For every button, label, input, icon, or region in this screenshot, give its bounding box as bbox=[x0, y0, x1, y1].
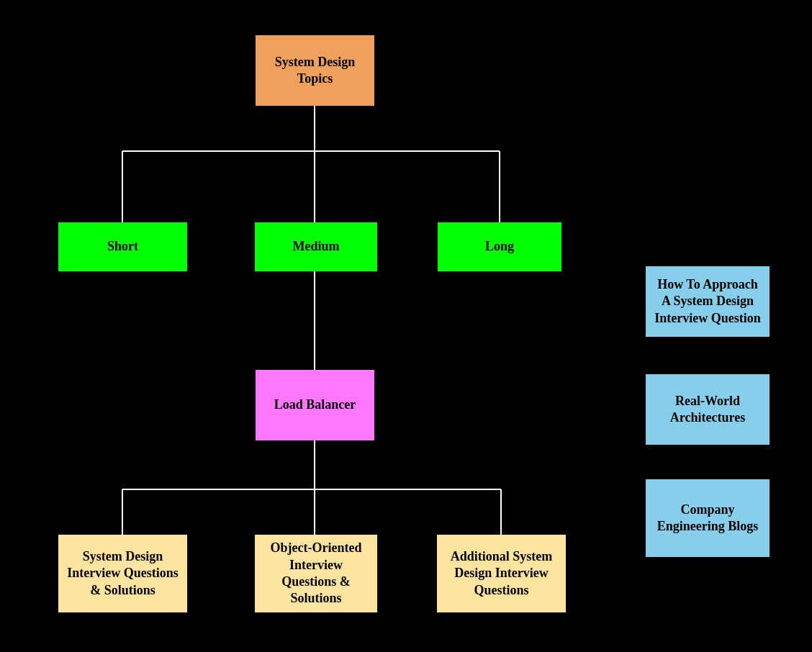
additional-sd-node[interactable]: Additional System Design Interview Quest… bbox=[437, 535, 566, 612]
real-world-node[interactable]: Real-World Architectures bbox=[646, 374, 770, 445]
short-node[interactable]: Short bbox=[58, 222, 187, 271]
long-node[interactable]: Long bbox=[438, 222, 561, 271]
how-to-approach-node[interactable]: How To Approach A System Design Intervie… bbox=[646, 266, 770, 337]
oo-interview-qs-node[interactable]: Object-Oriented Interview Questions & So… bbox=[255, 535, 377, 612]
load-balancer-node[interactable]: Load Balancer bbox=[256, 370, 374, 440]
sd-interview-qs-node[interactable]: System Design Interview Questions & Solu… bbox=[58, 535, 187, 612]
company-engineering-node[interactable]: Company Engineering Blogs bbox=[646, 479, 770, 557]
system-design-topics-node[interactable]: System Design Topics bbox=[256, 35, 374, 106]
medium-node[interactable]: Medium bbox=[255, 222, 377, 271]
